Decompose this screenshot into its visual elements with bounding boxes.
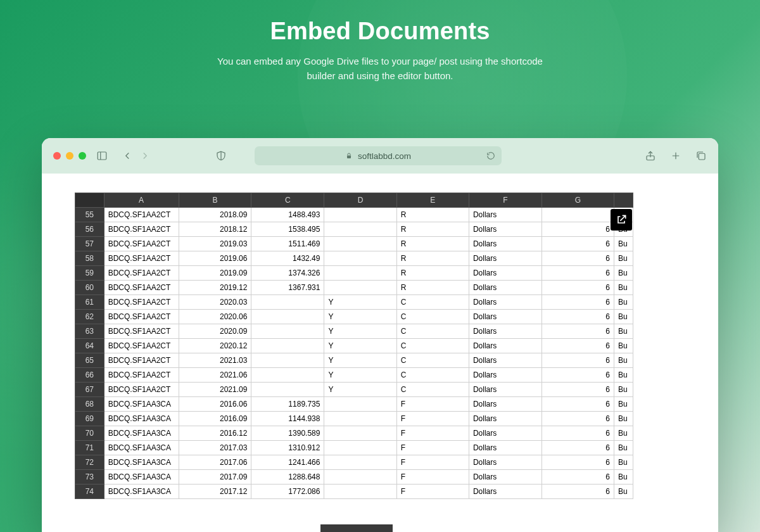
cell[interactable]: 6 <box>542 324 614 339</box>
sheet-tab-region[interactable] <box>320 524 393 532</box>
cell[interactable]: 6 <box>542 455 614 470</box>
cell[interactable]: BDCQ.SF1AA3CA <box>104 470 179 484</box>
cell[interactable]: 1390.589 <box>251 426 324 441</box>
new-tab-icon[interactable] <box>670 150 681 162</box>
col-header[interactable]: B <box>179 193 251 208</box>
cell[interactable] <box>324 455 396 470</box>
cell[interactable]: 6 <box>542 353 614 368</box>
cell[interactable]: 6 <box>542 441 614 455</box>
row-header[interactable]: 67 <box>75 383 104 397</box>
cell[interactable]: Bu <box>614 383 633 397</box>
cell[interactable] <box>251 383 324 397</box>
cell[interactable]: BDCQ.SF1AA3CA <box>104 412 179 426</box>
col-header[interactable] <box>614 193 633 208</box>
cell[interactable]: BDCQ.SF1AA2CT <box>104 208 179 222</box>
cell[interactable]: Y <box>324 383 396 397</box>
cell[interactable]: Y <box>324 324 396 339</box>
cell[interactable] <box>324 470 396 484</box>
table-row[interactable]: 59BDCQ.SF1AA2CT2019.091374.326RDollars6B… <box>75 266 633 281</box>
cell[interactable]: Dollars <box>469 324 542 339</box>
cell[interactable]: BDCQ.SF1AA3CA <box>104 397 179 412</box>
cell[interactable]: 1538.495 <box>251 222 324 237</box>
cell[interactable]: F <box>396 455 469 470</box>
cell[interactable]: 2016.06 <box>179 397 251 412</box>
cell[interactable]: BDCQ.SF1AA2CT <box>104 310 179 324</box>
row-header[interactable]: 59 <box>75 266 104 281</box>
cell[interactable]: Dollars <box>469 412 542 426</box>
cell[interactable]: R <box>396 222 469 237</box>
cell[interactable]: 1189.735 <box>251 397 324 412</box>
cell[interactable]: 2020.03 <box>179 295 251 310</box>
cell[interactable]: C <box>396 324 469 339</box>
cell[interactable]: C <box>396 295 469 310</box>
address-bar[interactable]: softlabbd.com <box>255 146 502 165</box>
cell[interactable] <box>324 412 396 426</box>
table-row[interactable]: 69BDCQ.SF1AA3CA2016.091144.938FDollars6B… <box>75 412 633 426</box>
cell[interactable]: F <box>396 412 469 426</box>
cell[interactable]: 6 <box>542 412 614 426</box>
table-row[interactable]: 61BDCQ.SF1AA2CT2020.03YCDollars6Bu <box>75 295 633 310</box>
cell[interactable]: Dollars <box>469 237 542 251</box>
table-row[interactable]: 58BDCQ.SF1AA2CT2019.061432.49RDollars6Bu <box>75 251 633 266</box>
cell[interactable]: Bu <box>614 324 633 339</box>
cell[interactable]: 2016.12 <box>179 426 251 441</box>
reload-icon[interactable] <box>486 151 495 160</box>
cell[interactable]: BDCQ.SF1AA2CT <box>104 266 179 281</box>
cell[interactable]: 2019.12 <box>179 281 251 295</box>
cell[interactable]: F <box>396 470 469 484</box>
cell[interactable]: 2019.06 <box>179 251 251 266</box>
cell[interactable]: Y <box>324 310 396 324</box>
cell[interactable]: BDCQ.SF1AA3CA <box>104 455 179 470</box>
cell[interactable]: 2020.06 <box>179 310 251 324</box>
cell[interactable] <box>251 353 324 368</box>
table-row[interactable]: 72BDCQ.SF1AA3CA2017.061241.466FDollars6B… <box>75 455 633 470</box>
cell[interactable]: 2019.03 <box>179 237 251 251</box>
cell[interactable]: 1144.938 <box>251 412 324 426</box>
cell[interactable]: Dollars <box>469 397 542 412</box>
cell[interactable]: F <box>396 484 469 499</box>
cell[interactable]: Bu <box>614 237 633 251</box>
cell[interactable]: 6 <box>542 281 614 295</box>
cell[interactable]: Dollars <box>469 368 542 383</box>
cell[interactable]: Dollars <box>469 281 542 295</box>
cell[interactable]: 6 <box>542 397 614 412</box>
cell[interactable]: 2017.06 <box>179 455 251 470</box>
cell[interactable]: Bu <box>614 310 633 324</box>
cell[interactable]: Dollars <box>469 222 542 237</box>
table-row[interactable]: 56BDCQ.SF1AA2CT2018.121538.495RDollars6B… <box>75 222 633 237</box>
col-header[interactable]: C <box>251 193 324 208</box>
cell[interactable]: Bu <box>614 455 633 470</box>
row-header[interactable]: 57 <box>75 237 104 251</box>
cell[interactable]: BDCQ.SF1AA2CT <box>104 237 179 251</box>
cell[interactable]: R <box>396 208 469 222</box>
cell[interactable]: BDCQ.SF1AA2CT <box>104 324 179 339</box>
cell[interactable] <box>251 310 324 324</box>
cell[interactable] <box>324 441 396 455</box>
cell[interactable]: 1288.648 <box>251 470 324 484</box>
cell[interactable]: C <box>396 310 469 324</box>
cell[interactable] <box>324 484 396 499</box>
row-header[interactable]: 73 <box>75 470 104 484</box>
cell[interactable]: BDCQ.SF1AA2CT <box>104 281 179 295</box>
cell[interactable]: 6 <box>542 266 614 281</box>
cell[interactable]: 2019.09 <box>179 266 251 281</box>
cell[interactable]: 1310.912 <box>251 441 324 455</box>
table-row[interactable]: 64BDCQ.SF1AA2CT2020.12YCDollars6Bu <box>75 339 633 353</box>
cell[interactable]: 2020.09 <box>179 324 251 339</box>
cell[interactable]: 1367.931 <box>251 281 324 295</box>
cell[interactable] <box>324 208 396 222</box>
cell[interactable]: 2016.09 <box>179 412 251 426</box>
cell[interactable]: C <box>396 339 469 353</box>
share-icon[interactable] <box>645 150 656 162</box>
table-row[interactable]: 70BDCQ.SF1AA3CA2016.121390.589FDollars6B… <box>75 426 633 441</box>
privacy-shield-icon[interactable] <box>215 150 227 162</box>
cell[interactable]: Bu <box>614 281 633 295</box>
cell[interactable] <box>324 281 396 295</box>
cell[interactable]: Bu <box>614 368 633 383</box>
cell[interactable]: BDCQ.SF1AA2CT <box>104 251 179 266</box>
cell[interactable]: 2021.09 <box>179 383 251 397</box>
cell[interactable]: Bu <box>614 441 633 455</box>
cell[interactable]: Bu <box>614 412 633 426</box>
table-row[interactable]: 67BDCQ.SF1AA2CT2021.09YCDollars6Bu <box>75 383 633 397</box>
cell[interactable]: 1432.49 <box>251 251 324 266</box>
